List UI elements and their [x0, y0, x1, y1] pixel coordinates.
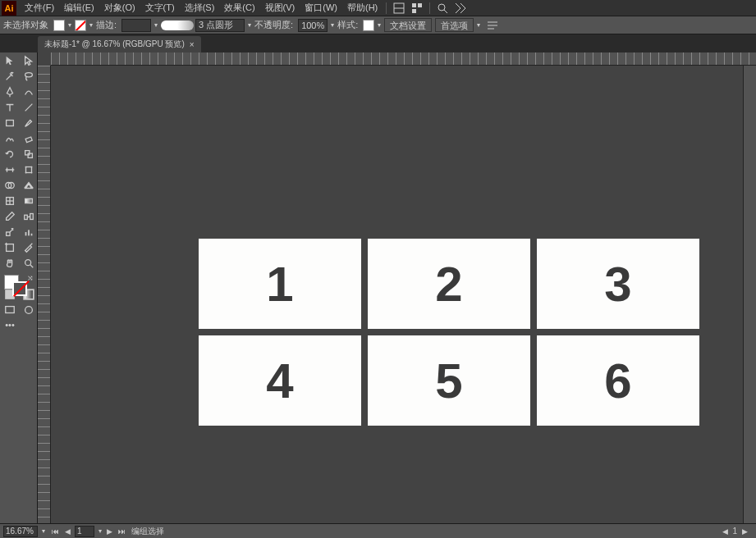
hand-tool[interactable]	[1, 256, 19, 271]
width-tool[interactable]	[1, 162, 19, 177]
svg-rect-13	[25, 137, 32, 143]
arrange-icon[interactable]	[454, 2, 467, 15]
ruler-vertical[interactable]	[38, 66, 51, 523]
slice-tool[interactable]	[20, 240, 38, 255]
pen-tool[interactable]	[1, 84, 19, 99]
direct-selection-tool[interactable]	[20, 53, 38, 68]
perspective-grid-tool[interactable]	[20, 178, 38, 193]
menu-view[interactable]: 视图(V)	[260, 0, 300, 16]
svg-rect-27	[25, 215, 28, 219]
scale-tool[interactable]	[20, 147, 38, 162]
screen-mode-icon[interactable]	[1, 303, 19, 317]
opacity-input[interactable]	[298, 19, 328, 32]
shape-builder-tool[interactable]	[1, 178, 19, 193]
menu-type[interactable]: 文字(T)	[140, 0, 180, 16]
chevron-down-icon[interactable]: ▾	[248, 21, 251, 29]
canvas[interactable]: 1 2 3 4 5 6	[38, 66, 756, 523]
style-swatch[interactable]	[363, 20, 374, 31]
selection-tool[interactable]	[1, 53, 19, 68]
close-icon[interactable]: ×	[190, 40, 195, 49]
svg-point-17	[25, 166, 27, 168]
artboard-6[interactable]: 6	[537, 335, 699, 426]
workspace-icon[interactable]	[410, 2, 424, 15]
nav-first-icon[interactable]: ⏮	[50, 527, 60, 536]
scrollbar-vertical[interactable]	[743, 66, 756, 523]
menu-effect[interactable]: 效果(C)	[219, 0, 259, 16]
document-tab[interactable]: 未标题-1* @ 16.67% (RGB/GPU 预览) ×	[38, 36, 201, 52]
chevron-down-icon[interactable]: ▾	[89, 21, 93, 29]
fill-swatch[interactable]	[53, 20, 65, 31]
artboard-5[interactable]: 5	[368, 335, 530, 426]
swap-colors-icon[interactable]: ⤭	[27, 274, 34, 282]
artboard-nav-input[interactable]	[75, 526, 94, 537]
preferences-button[interactable]: 首选项	[435, 18, 474, 32]
layout-icon[interactable]	[392, 2, 405, 15]
svg-rect-14	[25, 151, 30, 155]
shaper-tool[interactable]	[1, 131, 19, 146]
app-icon: Ai	[2, 1, 16, 16]
align-icon[interactable]	[486, 19, 499, 32]
color-picker[interactable]: ⤭	[1, 274, 38, 299]
curvature-tool[interactable]	[20, 84, 38, 99]
artboard-3[interactable]: 3	[537, 239, 699, 329]
mesh-tool[interactable]	[1, 194, 19, 208]
artboard-1[interactable]: 1	[199, 239, 361, 329]
nav-last-icon[interactable]: ⏭	[117, 527, 126, 536]
stroke-label: 描边:	[96, 19, 117, 31]
free-transform-tool[interactable]	[20, 162, 38, 177]
chevron-down-icon[interactable]: ▾	[42, 527, 45, 535]
zoom-tool[interactable]	[20, 256, 38, 271]
paintbrush-tool[interactable]	[20, 116, 38, 130]
svg-rect-4	[412, 9, 416, 13]
rotate-tool[interactable]	[1, 147, 19, 162]
stroke-swatch[interactable]	[75, 20, 86, 31]
svg-line-6	[444, 10, 447, 13]
stroke-style-input[interactable]	[195, 19, 245, 32]
draw-mode-icon[interactable]	[20, 303, 38, 317]
svg-rect-41	[6, 307, 15, 313]
nav-prev-icon[interactable]: ◀	[62, 527, 72, 536]
chevron-down-icon[interactable]: ▾	[68, 21, 71, 29]
nav-next-icon[interactable]: ▶	[104, 527, 114, 536]
column-graph-tool[interactable]	[20, 225, 38, 239]
rectangle-tool[interactable]	[1, 116, 19, 130]
svg-rect-33	[31, 234, 33, 236]
menu-help[interactable]: 帮助(H)	[342, 0, 383, 16]
line-tool[interactable]	[20, 100, 38, 115]
chevron-down-icon[interactable]: ▾	[378, 21, 381, 29]
brush-preview[interactable]	[161, 21, 194, 30]
canvas-area: 1 2 3 4 5 6	[38, 52, 756, 523]
menu-file[interactable]: 文件(F)	[20, 0, 59, 16]
menu-edit[interactable]: 编辑(E)	[59, 0, 99, 16]
step-prev-icon[interactable]: ◀	[720, 527, 730, 536]
eraser-tool[interactable]	[20, 131, 38, 146]
symbol-sprayer-tool[interactable]	[1, 225, 19, 239]
document-setup-button[interactable]: 文档设置	[384, 18, 432, 32]
chevron-down-icon[interactable]: ▾	[331, 21, 334, 29]
step-next-icon[interactable]: ▶	[740, 527, 749, 536]
menu-window[interactable]: 窗口(W)	[300, 0, 342, 16]
control-bar: 未选择对象 ▾ ▾ 描边: ▾ ▾ 不透明度: ▾ 样式: ▾ 文档设置 首选项…	[0, 16, 756, 34]
chevron-down-icon[interactable]: ▾	[99, 527, 102, 535]
artboard-4[interactable]: 4	[199, 335, 361, 426]
search-icon[interactable]	[436, 2, 449, 15]
chevron-down-icon[interactable]: ▾	[154, 21, 158, 29]
lasso-tool[interactable]	[20, 69, 38, 84]
menu-select[interactable]: 选择(S)	[180, 0, 220, 16]
stroke-color[interactable]	[12, 281, 27, 296]
edit-toolbar-icon[interactable]: •••	[1, 318, 19, 331]
chevron-down-icon[interactable]: ▾	[477, 21, 480, 29]
zoom-input[interactable]	[3, 526, 38, 537]
scrollbar-horizontal[interactable]	[169, 527, 715, 536]
menu-object[interactable]: 对象(O)	[99, 0, 140, 16]
artboard-tool[interactable]	[1, 240, 19, 255]
separator	[386, 2, 387, 14]
type-tool[interactable]	[1, 100, 19, 115]
eyedropper-tool[interactable]	[1, 209, 19, 224]
blend-tool[interactable]	[20, 209, 38, 224]
stroke-width-input[interactable]	[121, 19, 151, 32]
gradient-tool[interactable]	[20, 194, 38, 208]
artboard-2[interactable]: 2	[368, 239, 530, 329]
ruler-horizontal[interactable]	[51, 52, 756, 66]
magic-wand-tool[interactable]	[1, 69, 19, 84]
